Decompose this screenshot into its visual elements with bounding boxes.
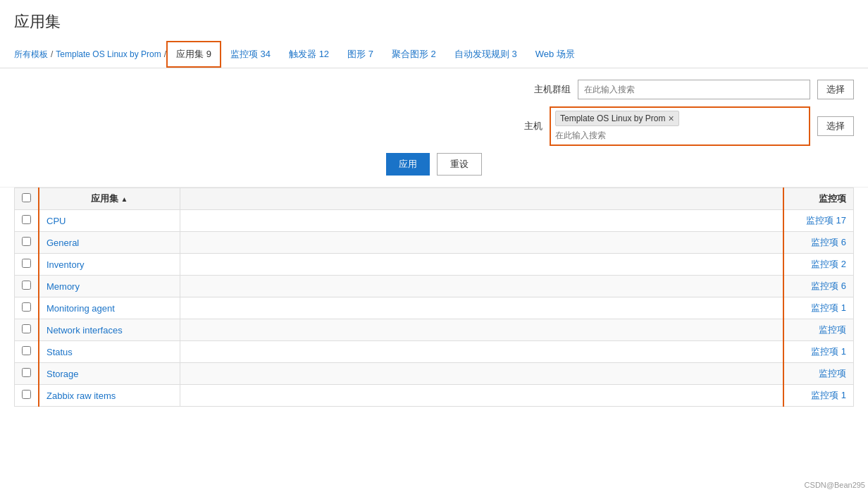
host-tag: Template OS Linux by Prom × [555,111,679,126]
table-row: CPU监控项 17 [15,210,854,232]
items-link[interactable]: 监控项 6 [811,237,846,247]
host-label: 主机 [507,120,542,133]
table-row: Zabbix raw items监控项 1 [15,385,854,407]
row-checkbox[interactable] [22,259,31,268]
nav-tab-zidongfaxian[interactable]: 自动发现规则 3 [445,42,526,67]
filter-section: 主机群组 选择 主机 Template OS Linux by Prom × 选… [0,68,868,187]
nav-section: 所有模板 / Template OS Linux by Prom / 应用集 9… [0,41,868,68]
table-header: 应用集 ▲ 监控项 [15,188,854,210]
row-checkbox-cell [15,210,39,232]
row-items-cell: 监控项 [783,319,854,341]
row-spacer [180,297,783,319]
host-tag-text: Template OS Linux by Prom [560,113,665,123]
row-checkbox[interactable] [22,237,31,246]
nav-tabs: 应用集 9监控项 34触发器 12图形 7聚合图形 2自动发现规则 3Web 场… [166,41,584,68]
breadcrumb-current-template[interactable]: Template OS Linux by Prom [56,49,161,59]
row-items-cell: 监控项 6 [783,232,854,254]
nav-tab-juhetu[interactable]: 聚合图形 2 [383,42,445,67]
row-items-cell: 监控项 17 [783,210,854,232]
nav-tab-jiankongxiang[interactable]: 监控项 34 [221,42,280,67]
host-group-input[interactable] [578,80,810,99]
row-app-name: CPU [39,210,180,232]
app-link[interactable]: Memory [46,281,80,292]
nav-tab-yingyongji[interactable]: 应用集 9 [166,41,221,68]
row-checkbox-cell [15,297,39,319]
host-group-select-btn[interactable]: 选择 [817,80,854,99]
items-link[interactable]: 监控项 [819,368,846,379]
breadcrumb-sep: / [51,49,53,59]
nav-tab-tuxing[interactable]: 图形 7 [338,42,383,67]
row-spacer [180,385,783,407]
col-app-label: 应用集 [91,193,118,204]
reset-button[interactable]: 重设 [437,153,482,176]
nav-tab-chufaqi[interactable]: 触发器 12 [280,42,338,67]
row-spacer [180,232,783,254]
row-app-name: Monitoring agent [39,297,180,319]
row-app-name: Storage [39,363,180,385]
app-link[interactable]: Network interfaces [46,325,123,336]
row-app-name: Inventory [39,254,180,276]
app-link[interactable]: CPU [46,216,66,226]
row-items-cell: 监控项 1 [783,341,854,363]
table-row: Inventory监控项 2 [15,254,854,276]
items-link[interactable]: 监控项 1 [811,346,846,357]
col-items-label: 监控项 [819,193,846,204]
row-spacer [180,341,783,363]
row-checkbox[interactable] [22,390,31,399]
app-link[interactable]: Storage [46,369,79,379]
row-checkbox[interactable] [22,346,31,355]
row-checkbox[interactable] [22,302,31,312]
row-checkbox-cell [15,232,39,254]
row-checkbox-cell [15,254,39,276]
app-link[interactable]: Monitoring agent [46,303,115,314]
breadcrumb-all-templates[interactable]: 所有模板 [14,49,48,61]
row-spacer [180,254,783,276]
table-row: Memory监控项 6 [15,276,854,297]
row-checkbox-cell [15,319,39,341]
app-link[interactable]: Inventory [46,259,84,270]
host-tag-remove[interactable]: × [668,113,674,124]
page-title: 应用集 [0,0,868,41]
app-link[interactable]: General [46,238,79,248]
row-spacer [180,363,783,385]
table-section: 应用集 ▲ 监控项 CPU监控项 17General监控项 6Inventory… [0,187,868,407]
items-link[interactable]: 监控项 6 [811,281,846,291]
row-checkbox[interactable] [22,324,31,333]
row-checkbox-cell [15,341,39,363]
sort-icon[interactable]: ▲ [121,195,128,203]
row-app-name: Zabbix raw items [39,385,180,407]
row-items-cell: 监控项 2 [783,254,854,276]
items-link[interactable]: 监控项 [819,324,846,335]
header-spacer [180,188,783,210]
apply-button[interactable]: 应用 [386,153,430,176]
row-checkbox[interactable] [22,281,31,290]
row-checkbox[interactable] [22,368,31,377]
items-link[interactable]: 监控项 1 [811,302,846,313]
table-row: Storage监控项 [15,363,854,385]
host-search-input[interactable] [555,129,805,142]
items-link[interactable]: 监控项 1 [811,390,846,400]
breadcrumb: 所有模板 / Template OS Linux by Prom / [14,42,166,68]
row-spacer [180,210,783,232]
app-link[interactable]: Status [46,347,73,357]
select-all-checkbox[interactable] [22,193,31,202]
header-items-col: 监控项 [783,188,854,210]
host-select-btn[interactable]: 选择 [817,116,854,136]
app-link[interactable]: Zabbix raw items [46,390,116,401]
nav-tab-web[interactable]: Web 场景 [526,42,584,67]
header-app-col: 应用集 ▲ [39,188,180,210]
host-group-label: 主机群组 [534,83,571,96]
row-spacer [180,276,783,297]
table-row: Status监控项 1 [15,341,854,363]
row-items-cell: 监控项 [783,363,854,385]
row-checkbox-cell [15,276,39,297]
items-link[interactable]: 监控项 17 [806,215,846,226]
items-link[interactable]: 监控项 2 [811,259,846,269]
app-table: 应用集 ▲ 监控项 CPU监控项 17General监控项 6Inventory… [14,187,854,407]
row-app-name: Status [39,341,180,363]
row-app-name: Memory [39,276,180,297]
row-spacer [180,319,783,341]
filter-row-hostgroup: 主机群组 选择 [14,80,854,99]
row-checkbox[interactable] [22,215,31,224]
row-app-name: General [39,232,180,254]
